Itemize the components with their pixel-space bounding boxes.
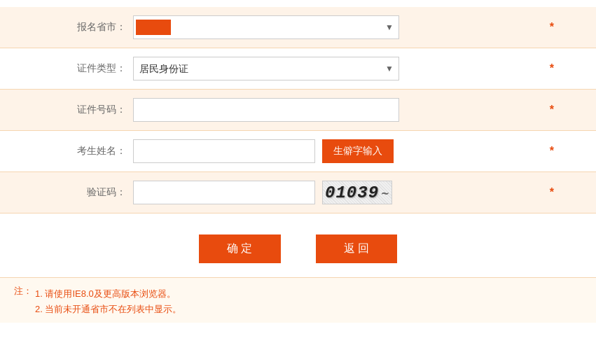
- id-type-select-wrapper: 居民身份证 护照 港澳通行证 台湾居民来往大陆通行证 ▼: [133, 57, 399, 80]
- notes-section: 注： 1. 请使用IE8.0及更高版本浏览器。 2. 当前未开通省市不在列表中显…: [0, 277, 596, 323]
- name-input-area: 生僻字输入: [133, 139, 543, 163]
- name-label: 考生姓名：: [42, 145, 126, 158]
- notes-item-2: 2. 当前未开通省市不在列表中显示。: [35, 303, 181, 316]
- province-label: 报名省市：: [42, 21, 126, 34]
- captcha-required: *: [550, 186, 554, 199]
- captcha-text: 01039: [325, 183, 379, 202]
- notes-prefix: 注：: [14, 285, 32, 316]
- name-row: 考生姓名： 生僻字输入 *: [0, 131, 596, 172]
- id-type-select[interactable]: 居民身份证 护照 港澳通行证 台湾居民来往大陆通行证: [133, 57, 399, 80]
- province-row: 报名省市： ▼ *: [0, 7, 596, 48]
- notes-item-1: 1. 请使用IE8.0及更高版本浏览器。: [35, 288, 181, 300]
- name-required: *: [550, 145, 554, 158]
- captcha-input[interactable]: [133, 181, 315, 204]
- rare-char-button[interactable]: 生僻字输入: [322, 139, 394, 163]
- notes-container: 注： 1. 请使用IE8.0及更高版本浏览器。 2. 当前未开通省市不在列表中显…: [14, 285, 582, 316]
- notes-list: 1. 请使用IE8.0及更高版本浏览器。 2. 当前未开通省市不在列表中显示。: [35, 285, 181, 316]
- confirm-button[interactable]: 确 定: [199, 234, 280, 263]
- captcha-input-area: 01039 ~: [133, 181, 543, 204]
- name-input[interactable]: [133, 139, 315, 163]
- id-type-required: *: [550, 62, 554, 75]
- province-input-area: ▼: [133, 15, 543, 39]
- captcha-label: 验证码：: [42, 186, 126, 199]
- back-button[interactable]: 返 回: [316, 234, 397, 263]
- id-number-input-area: [133, 98, 543, 122]
- id-number-row: 证件号码： *: [0, 90, 596, 131]
- id-type-label: 证件类型：: [42, 62, 126, 75]
- province-select-wrapper: ▼: [133, 15, 399, 39]
- captcha-image[interactable]: 01039 ~: [322, 181, 392, 204]
- id-number-label: 证件号码：: [42, 104, 126, 116]
- form-container: 报名省市： ▼ * 证件类型： 居民身份证 护照 港澳通行证 台湾居民来往大陆通…: [0, 0, 596, 220]
- captcha-row: 验证码： 01039 ~ *: [0, 172, 596, 214]
- id-number-input[interactable]: [133, 98, 399, 122]
- id-number-required: *: [550, 104, 554, 116]
- id-type-input-area: 居民身份证 护照 港澳通行证 台湾居民来往大陆通行证 ▼: [133, 57, 543, 80]
- button-row: 确 定 返 回: [0, 220, 596, 277]
- province-required: *: [550, 21, 554, 34]
- id-type-row: 证件类型： 居民身份证 护照 港澳通行证 台湾居民来往大陆通行证 ▼ *: [0, 48, 596, 90]
- captcha-tilde: ~: [380, 186, 389, 200]
- province-select[interactable]: [133, 15, 399, 39]
